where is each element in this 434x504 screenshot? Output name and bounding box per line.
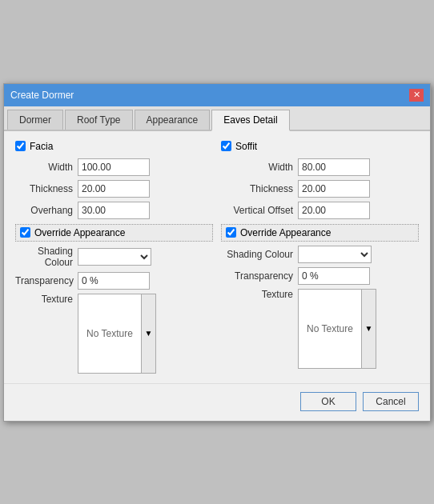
soffit-width-input[interactable]	[298, 158, 370, 176]
facia-width-label: Width	[15, 162, 73, 173]
soffit-shading-row: Shading Colour	[221, 246, 419, 263]
soffit-thickness-label: Thickness	[221, 183, 293, 194]
facia-width-row: Width	[15, 158, 213, 176]
facia-shading-row: Shading Colour	[15, 246, 213, 268]
facia-shading-label: Shading Colour	[15, 246, 73, 268]
facia-label: Facia	[30, 141, 53, 152]
tab-eaves-detail[interactable]: Eaves Detail	[211, 110, 289, 131]
tab-bar: Dormer Roof Type Appearance Eaves Detail	[4, 106, 430, 131]
facia-texture-dropdown[interactable]: ▼	[142, 294, 156, 374]
title-bar: Create Dormer ✕	[4, 84, 430, 106]
facia-checkbox-row: Facia	[15, 141, 213, 152]
soffit-checkbox[interactable]	[221, 141, 231, 151]
soffit-vertical-offset-label: Vertical Offset	[221, 205, 293, 216]
soffit-texture-text: No Texture	[307, 323, 353, 334]
soffit-thickness-input[interactable]	[298, 180, 370, 198]
soffit-texture-label: Texture	[221, 289, 293, 300]
tab-roof-type[interactable]: Roof Type	[65, 110, 132, 130]
soffit-shading-label: Shading Colour	[221, 249, 293, 260]
soffit-shading-select[interactable]	[298, 246, 372, 263]
facia-override-label: Override Appearance	[34, 227, 125, 238]
facia-thickness-input[interactable]	[78, 180, 150, 198]
soffit-thickness-row: Thickness	[221, 180, 419, 198]
soffit-texture-row: Texture No Texture ▼	[221, 289, 419, 369]
soffit-label: Soffit	[235, 141, 257, 152]
facia-texture-box: No Texture	[78, 294, 142, 374]
soffit-vertical-offset-input[interactable]	[298, 202, 370, 219]
facia-overhang-label: Overhang	[15, 205, 73, 216]
create-dormer-dialog: Create Dormer ✕ Dormer Roof Type Appeara…	[3, 83, 431, 422]
tab-dormer[interactable]: Dormer	[7, 110, 63, 130]
soffit-transparency-row: Transparency	[221, 267, 419, 285]
two-column-layout: Facia Width Thickness Overhang Override	[15, 141, 419, 374]
facia-override-row: Override Appearance	[15, 224, 213, 242]
cancel-button[interactable]: Cancel	[363, 392, 419, 411]
facia-thickness-row: Thickness	[15, 180, 213, 198]
soffit-transparency-label: Transparency	[221, 270, 293, 282]
facia-transparency-label: Transparency	[15, 275, 73, 286]
soffit-vertical-offset-row: Vertical Offset	[221, 202, 419, 219]
facia-checkbox[interactable]	[15, 141, 26, 151]
facia-override-checkbox[interactable]	[20, 227, 30, 238]
soffit-override-label: Override Appearance	[240, 227, 331, 238]
tab-appearance[interactable]: Appearance	[135, 110, 211, 130]
ok-button[interactable]: OK	[300, 392, 356, 411]
facia-texture-label: Texture	[15, 294, 73, 305]
soffit-override-checkbox[interactable]	[226, 227, 236, 238]
soffit-transparency-input[interactable]	[298, 267, 370, 285]
close-button[interactable]: ✕	[409, 89, 424, 102]
facia-transparency-input[interactable]	[78, 272, 150, 290]
soffit-texture-dropdown[interactable]: ▼	[362, 289, 376, 369]
facia-overhang-row: Overhang	[15, 202, 213, 219]
soffit-override-row: Override Appearance	[221, 224, 419, 242]
facia-texture-wrapper: No Texture ▼	[78, 294, 156, 374]
dialog-title: Create Dormer	[10, 90, 74, 101]
facia-overhang-input[interactable]	[78, 202, 150, 219]
soffit-section: Soffit Width Thickness Vertical Offset O	[221, 141, 419, 374]
soffit-checkbox-row: Soffit	[221, 141, 419, 152]
facia-section: Facia Width Thickness Overhang Override	[15, 141, 213, 374]
soffit-texture-box: No Texture	[298, 289, 362, 369]
facia-shading-select[interactable]	[78, 248, 151, 266]
facia-texture-row: Texture No Texture ▼	[15, 294, 213, 374]
facia-thickness-label: Thickness	[15, 183, 73, 194]
soffit-width-row: Width	[221, 158, 419, 176]
facia-texture-text: No Texture	[86, 328, 133, 339]
soffit-texture-wrapper: No Texture ▼	[298, 289, 376, 369]
soffit-width-label: Width	[221, 162, 293, 173]
dialog-footer: OK Cancel	[4, 383, 430, 421]
facia-transparency-row: Transparency	[15, 272, 213, 290]
facia-width-input[interactable]	[78, 158, 150, 176]
tab-content: Facia Width Thickness Overhang Override	[4, 131, 430, 383]
